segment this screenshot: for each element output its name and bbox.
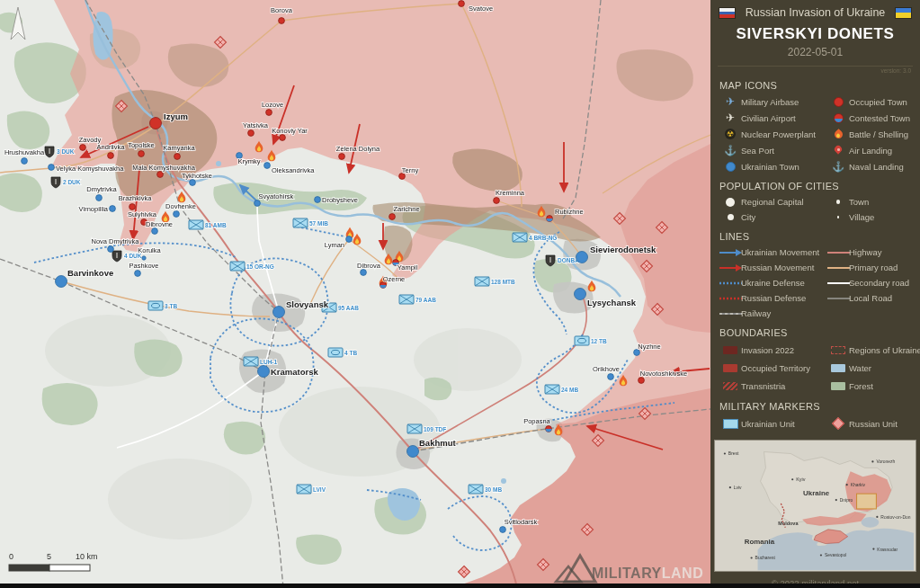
ukrainian-town-icon bbox=[726, 162, 736, 172]
section-military-markers: MILITARY MARKERS bbox=[719, 401, 920, 412]
svg-text:4 BRB-NG: 4 BRB-NG bbox=[529, 235, 557, 241]
svg-text:Dibrova: Dibrova bbox=[357, 262, 381, 270]
military-airbase-icon bbox=[726, 95, 735, 108]
legend-sea-port: Sea Port bbox=[719, 142, 827, 158]
inset-highlight-box bbox=[857, 494, 877, 509]
legend-ukrainian-movement: Ukrainian Movement bbox=[719, 245, 827, 260]
legend-russian-defense: Russian Defense bbox=[719, 290, 827, 306]
invasion-2022-swatch bbox=[723, 346, 737, 354]
water-swatch bbox=[831, 364, 845, 372]
main-map: 81 AMB3 TB57 MIB15 OR-NG95 AAB79 AABLUH-… bbox=[0, 0, 710, 588]
inset-label-kharkiv: Kharkiv bbox=[851, 483, 866, 487]
svg-text:LVIV: LVIV bbox=[313, 486, 326, 493]
svg-text:Yatsivka: Yatsivka bbox=[243, 121, 269, 129]
contested-town-icon bbox=[834, 113, 844, 123]
regions-of-ukraine-swatch bbox=[831, 346, 845, 354]
svg-text:Brazhkivka: Brazhkivka bbox=[119, 194, 153, 202]
svg-text:Bakhmut: Bakhmut bbox=[419, 438, 456, 448]
primary-road-icon bbox=[826, 263, 850, 272]
svg-text:Nyzhne: Nyzhne bbox=[638, 343, 660, 351]
map-date: 2022-05-01 bbox=[710, 46, 920, 58]
svg-text:Lysychansk: Lysychansk bbox=[587, 298, 637, 307]
ukraine-defense-icon bbox=[719, 279, 742, 288]
air-landing-icon bbox=[834, 145, 843, 156]
svg-text:Slovyansk: Slovyansk bbox=[286, 299, 329, 309]
svg-text:Mala Komyshuvakha: Mala Komyshuvakha bbox=[132, 164, 195, 172]
city-velyka-komyshuvakha: Velyka Komyshuvakha bbox=[49, 165, 125, 173]
svg-text:128 MTB: 128 MTB bbox=[491, 279, 515, 285]
inset-label-ukraine: Ukraine bbox=[803, 489, 830, 497]
legend-contested-town: Contested Town bbox=[827, 110, 916, 126]
svg-text:Oleksandrivka: Oleksandrivka bbox=[272, 166, 315, 174]
military-markers-legend: Ukrainian Unit Russian Unit bbox=[719, 414, 916, 432]
bottom-bar bbox=[0, 584, 920, 588]
svg-text:Dovhenke: Dovhenke bbox=[165, 202, 196, 210]
sea-port-icon bbox=[724, 145, 737, 156]
svg-text:Konoviy Yar: Konoviy Yar bbox=[272, 127, 308, 135]
legend-primary-road: Primary road bbox=[827, 260, 916, 275]
svg-text:Virnopillia: Virnopillia bbox=[79, 205, 109, 213]
russian-defense-icon bbox=[719, 294, 742, 303]
legend-air-landing: Air Landing bbox=[827, 142, 916, 158]
svg-text:Svyatohirsk: Svyatohirsk bbox=[259, 192, 294, 200]
legend-battle-shelling: Battle / Shelling bbox=[827, 126, 916, 142]
inset-azov-sea bbox=[862, 517, 880, 528]
svg-text:Hrushuvakha: Hrushuvakha bbox=[4, 148, 45, 156]
svg-text:2 DUK: 2 DUK bbox=[63, 179, 81, 185]
legend-occupied-territory: Occupied Territory bbox=[719, 359, 827, 377]
svg-text:Krymky: Krymky bbox=[238, 157, 261, 165]
ukraine-flag-icon bbox=[895, 7, 912, 19]
svg-text:Lyman: Lyman bbox=[325, 241, 344, 249]
svg-text:Dibrovne: Dibrovne bbox=[146, 220, 173, 228]
legend-naval-landing: Naval Landing bbox=[827, 158, 916, 174]
svg-text:109 TDF: 109 TDF bbox=[424, 426, 446, 432]
svg-text:Pashkove: Pashkove bbox=[130, 262, 159, 270]
russia-flag-icon bbox=[719, 7, 736, 19]
svg-text:3 TB: 3 TB bbox=[165, 303, 177, 309]
town-icon bbox=[836, 200, 841, 204]
forest-swatch bbox=[831, 382, 845, 390]
legend-invasion-2022: Invasion 2022 bbox=[719, 341, 827, 359]
nuclear-powerplant-icon bbox=[725, 129, 736, 139]
map-canvas: 81 AMB3 TB57 MIB15 OR-NG95 AAB79 AABLUH-… bbox=[0, 0, 710, 588]
legend-highway: Highway bbox=[827, 245, 916, 260]
inset-label-kyiv: Kyiv bbox=[796, 477, 806, 482]
legend-water: Water bbox=[827, 359, 920, 377]
legend-village: Village bbox=[827, 209, 916, 225]
russian-movement-icon bbox=[719, 263, 742, 272]
highway-icon bbox=[826, 248, 850, 257]
boundaries-legend: Invasion 2022 Occupied Territory Transni… bbox=[719, 341, 916, 395]
legend-russian-movement: Russian Movement bbox=[719, 260, 827, 275]
legend-town: Town bbox=[827, 194, 916, 209]
svg-text:12 TB: 12 TB bbox=[591, 338, 607, 344]
battle-shelling-icon bbox=[835, 129, 843, 139]
svg-text:15 OR-NG: 15 OR-NG bbox=[246, 263, 274, 270]
inset-label-dnipro: Dnipro bbox=[840, 498, 853, 503]
legend-forest: Forest bbox=[827, 377, 920, 395]
section-population: POPULATION OF CITIES bbox=[719, 181, 920, 192]
svg-text:Zarichne: Zarichne bbox=[393, 205, 419, 213]
legend-nuclear-powerplant: Nuclear Powerplant bbox=[719, 126, 827, 142]
svg-text:79 AAB: 79 AAB bbox=[415, 297, 436, 303]
svg-text:81 AMB: 81 AMB bbox=[205, 222, 227, 228]
inset-city-dot bbox=[791, 478, 793, 480]
ukrainian-movement-icon bbox=[719, 248, 742, 257]
svg-text:MILITARYLAND: MILITARYLAND bbox=[592, 566, 703, 581]
legend-local-road: Local Road bbox=[827, 290, 916, 306]
inset-label-sevastopol: Sevastopol bbox=[825, 553, 846, 557]
inset-city-dot bbox=[872, 548, 874, 549]
svg-text:Korulka: Korulka bbox=[138, 246, 161, 254]
inset-label-brest: Brest bbox=[728, 452, 739, 457]
inset-city-dot bbox=[751, 557, 753, 558]
svg-text:Borova: Borova bbox=[271, 6, 293, 14]
svg-text:Tykhotske: Tykhotske bbox=[182, 172, 212, 180]
svg-text:Izyum: Izyum bbox=[164, 111, 188, 121]
city-kramatorsk: Kramatorsk bbox=[258, 366, 319, 378]
legend-sidebar: Russian Invasion of Ukraine SIVERSKYI DO… bbox=[710, 0, 920, 588]
legend-regional-capital: Regional Capital bbox=[719, 194, 827, 209]
inset-city-dot bbox=[724, 452, 726, 454]
inset-label-rostov-on-don: Rostov-on-Don bbox=[880, 515, 910, 520]
svg-text:Drobysheve: Drobysheve bbox=[322, 196, 358, 204]
section-map-icons: MAP ICONS bbox=[719, 80, 920, 91]
svg-text:Svatove: Svatove bbox=[469, 4, 493, 13]
